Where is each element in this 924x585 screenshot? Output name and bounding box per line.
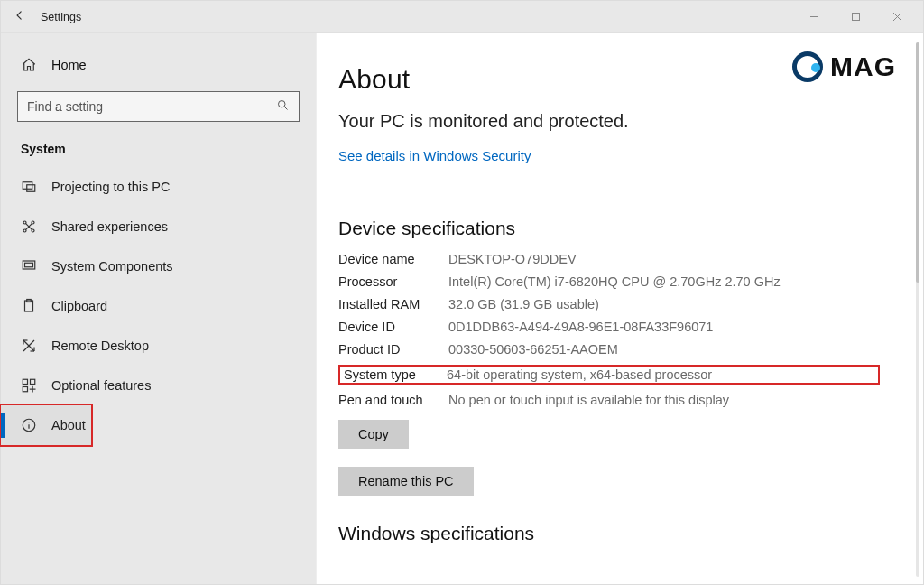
sidebar-item-label: About — [51, 418, 86, 432]
svg-point-4 — [279, 100, 286, 107]
content-scroll: About Your PC is monitored and protected… — [317, 33, 910, 584]
svg-point-8 — [23, 221, 26, 224]
spec-label-ram: Installed RAM — [338, 297, 443, 311]
sidebar-item-remote[interactable]: Remote Desktop — [1, 326, 316, 366]
sidebar-item-clipboard[interactable]: Clipboard — [1, 286, 316, 326]
highlight-about: About — [0, 404, 93, 447]
spec-value-ram: 32.0 GB (31.9 GB usable) — [448, 297, 880, 311]
spec-value-device-id: 0D1DDB63-A494-49A8-96E1-08FA33F96071 — [448, 320, 880, 334]
highlight-system-type: System type 64-bit operating system, x64… — [338, 365, 880, 385]
svg-rect-21 — [31, 379, 35, 384]
sidebar-item-components[interactable]: System Components — [1, 246, 316, 286]
svg-point-27 — [28, 422, 29, 422]
spec-label-product-id: Product ID — [338, 342, 443, 357]
sidebar: Home System Projecting to this PC Shared… — [1, 33, 317, 584]
search-input[interactable] — [27, 99, 276, 114]
svg-rect-20 — [23, 379, 27, 384]
close-button[interactable] — [876, 4, 918, 31]
projecting-icon — [21, 179, 37, 195]
sidebar-item-label: Optional features — [51, 378, 151, 393]
sidebar-item-shared[interactable]: Shared experiences — [1, 207, 316, 246]
info-icon — [21, 417, 37, 433]
page-title: About — [338, 64, 880, 95]
spec-label-device-name: Device name — [338, 252, 443, 266]
spec-label-device-id: Device ID — [338, 320, 443, 334]
sidebar-item-label: Shared experiences — [51, 219, 168, 234]
sidebar-item-label: Remote Desktop — [51, 339, 149, 353]
sidebar-item-label: System Components — [51, 259, 173, 274]
clipboard-icon — [21, 298, 37, 314]
rename-pc-button[interactable]: Rename this PC — [338, 467, 474, 496]
sidebar-nav: Projecting to this PC Shared experiences… — [1, 167, 316, 445]
components-icon — [21, 258, 37, 274]
svg-point-9 — [32, 221, 34, 224]
home-icon — [21, 57, 37, 73]
window-controls — [793, 4, 923, 31]
sidebar-item-optional[interactable]: Optional features — [1, 366, 316, 405]
sidebar-home-label: Home — [51, 58, 87, 72]
search-input-container[interactable] — [17, 91, 300, 122]
device-spec-heading: Device specifications — [338, 218, 880, 239]
spec-value-product-id: 00330-50603-66251-AAOEM — [448, 342, 880, 357]
optional-icon — [21, 377, 37, 394]
spec-value-processor: Intel(R) Core(TM) i7-6820HQ CPU @ 2.70GH… — [448, 274, 880, 289]
spec-label-pen: Pen and touch — [338, 393, 443, 407]
shared-icon — [21, 218, 37, 235]
window-title: Settings — [41, 11, 81, 23]
svg-rect-7 — [27, 185, 35, 192]
spec-value-system-type: 64-bit operating system, x64-based proce… — [447, 367, 874, 382]
remote-icon — [21, 338, 37, 354]
sidebar-item-label: Projecting to this PC — [51, 180, 170, 194]
spec-value-pen: No pen or touch input is available for t… — [448, 393, 880, 407]
svg-rect-22 — [23, 387, 27, 392]
spec-label-system-type: System type — [344, 367, 441, 382]
scrollbar-thumb[interactable] — [916, 42, 919, 283]
content-pane: MAG About Your PC is monitored and prote… — [317, 33, 923, 584]
svg-point-10 — [23, 229, 26, 232]
copy-button[interactable]: Copy — [338, 420, 409, 449]
back-button[interactable] — [14, 9, 26, 24]
svg-rect-15 — [25, 263, 33, 267]
maximize-button[interactable] — [835, 4, 876, 31]
spec-value-device-name: DESKTOP-O79DDEV — [448, 252, 880, 266]
sidebar-home[interactable]: Home — [1, 51, 316, 86]
windows-spec-heading: Windows specifications — [338, 523, 880, 544]
security-link[interactable]: See details in Windows Security — [338, 148, 531, 163]
sidebar-section-heading: System — [1, 140, 316, 167]
titlebar: Settings — [1, 1, 923, 33]
scrollbar[interactable] — [916, 42, 919, 577]
svg-line-5 — [284, 107, 287, 109]
sidebar-item-label: Clipboard — [51, 299, 107, 313]
svg-point-11 — [32, 229, 34, 232]
svg-rect-1 — [852, 14, 859, 21]
device-spec-table: Device name DESKTOP-O79DDEV Processor In… — [338, 252, 880, 407]
monitor-status: Your PC is monitored and protected. — [338, 111, 880, 132]
minimize-button[interactable] — [793, 4, 835, 31]
sidebar-item-about[interactable]: About — [1, 405, 91, 445]
svg-rect-6 — [23, 182, 32, 190]
spec-label-processor: Processor — [338, 274, 443, 289]
sidebar-item-projecting[interactable]: Projecting to this PC — [1, 167, 316, 207]
search-icon — [276, 98, 290, 116]
